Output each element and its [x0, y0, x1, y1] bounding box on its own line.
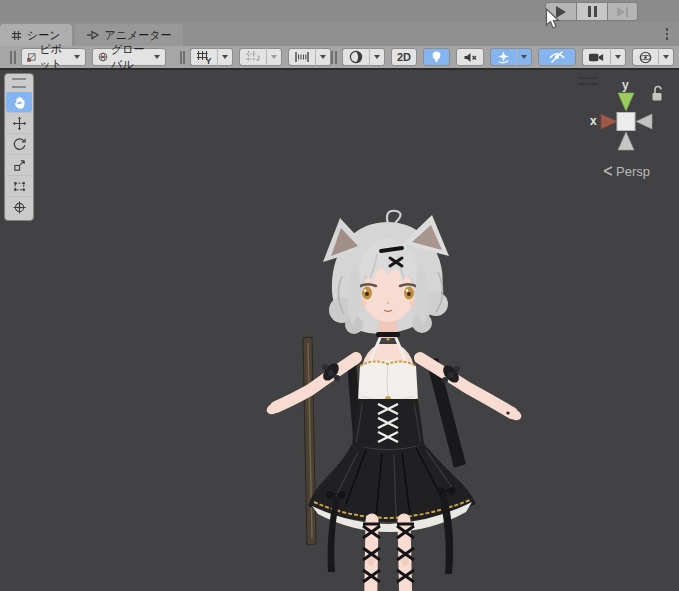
audio-mute-icon: [462, 50, 478, 65]
pause-button[interactable]: [576, 2, 607, 21]
shading-mode-button[interactable]: [342, 48, 370, 66]
global-label: グローバル: [111, 42, 151, 72]
gizmo-x-axis[interactable]: [601, 114, 617, 129]
gizmo-y-label: y: [622, 78, 629, 92]
audio-toggle-button[interactable]: [456, 48, 484, 66]
shading-mode-dropdown[interactable]: [370, 48, 385, 66]
camera-group: [582, 48, 626, 66]
effects-toggle-button[interactable]: [490, 48, 517, 66]
persp-toggle[interactable]: Persp: [604, 164, 650, 179]
grid-axis-button[interactable]: Y: [190, 48, 218, 66]
effects-star-icon: [496, 50, 511, 65]
tools-overlay: [4, 73, 34, 221]
chevron-down-icon: [320, 55, 326, 59]
hand-icon: [12, 95, 27, 110]
character-model[interactable]: [250, 198, 540, 591]
gizmos-group: [632, 48, 674, 66]
rect-icon: [12, 179, 27, 194]
svg-text:Y: Y: [206, 56, 212, 65]
effects-group: [490, 48, 532, 66]
drag-handle-icon[interactable]: [331, 51, 337, 64]
pause-icon: [588, 6, 597, 17]
snap-increment-group: [288, 48, 331, 66]
rotate-tool-button[interactable]: [6, 133, 32, 154]
scene-toolbar: ピボット グローバル Y: [0, 46, 679, 70]
snap-increment-dropdown[interactable]: [316, 48, 331, 66]
chevron-down-icon: [154, 55, 160, 59]
drag-handle-icon[interactable]: [180, 51, 186, 64]
pivot-label: ピボット: [39, 42, 71, 72]
gizmos-button[interactable]: [632, 48, 659, 66]
character-corset: [352, 399, 424, 449]
grid-snap-dropdown[interactable]: [267, 48, 282, 66]
rotate-icon: [12, 137, 27, 152]
snap-increment-icon: [294, 50, 310, 64]
gizmos-icon: [638, 50, 653, 65]
gizmos-dropdown[interactable]: [659, 48, 674, 66]
hand-tool-button[interactable]: [6, 92, 32, 112]
lighting-toggle-button[interactable]: [423, 48, 450, 66]
camera-settings-button[interactable]: [582, 48, 611, 66]
eye-slash-icon: [548, 50, 566, 64]
grid-axis-group: Y: [190, 48, 233, 66]
play-controls: [545, 2, 638, 21]
grid-snap-icon: [245, 50, 261, 64]
effects-dropdown[interactable]: [517, 48, 532, 66]
gizmo-neg-y-axis[interactable]: [618, 132, 634, 150]
gizmo-cube[interactable]: [617, 113, 635, 131]
move-tool-button[interactable]: [6, 112, 32, 133]
chevron-down-icon: [74, 55, 80, 59]
transform-tool-button[interactable]: [6, 196, 32, 217]
chevron-down-icon: [663, 55, 669, 59]
tab-animator-label: アニメーター: [105, 28, 172, 43]
step-icon: [617, 7, 629, 17]
lock-icon[interactable]: [653, 87, 662, 101]
mode-2d-label: 2D: [397, 51, 411, 63]
gizmo-x-label: x: [590, 114, 597, 128]
pivot-dropdown[interactable]: ピボット: [21, 48, 87, 66]
move-icon: [12, 116, 27, 131]
camera-dropdown[interactable]: [611, 48, 626, 66]
persp-chevron-icon: [604, 167, 612, 175]
orientation-gizmo: y x Persp: [560, 75, 679, 183]
grid-y-icon: Y: [196, 50, 212, 64]
grid-snap-button[interactable]: [239, 48, 267, 66]
kebab-menu-icon[interactable]: [663, 25, 672, 43]
drag-handle-icon[interactable]: [12, 78, 26, 88]
tab-bar: シーン アニメーター: [0, 22, 679, 46]
tab-scene-label: シーン: [27, 28, 61, 43]
play-button[interactable]: [545, 2, 576, 21]
step-button[interactable]: [607, 2, 638, 21]
character-top: [358, 360, 418, 405]
scale-icon: [12, 158, 27, 173]
global-dropdown[interactable]: グローバル: [92, 48, 166, 66]
camera-icon: [588, 50, 605, 64]
shading-sphere-icon: [348, 49, 364, 65]
light-bulb-icon: [429, 49, 444, 65]
scene-viewport[interactable]: y x Persp: [0, 70, 679, 591]
gizmo-y-axis[interactable]: [618, 93, 634, 111]
grid-icon: [11, 30, 22, 41]
chevron-down-icon: [374, 55, 380, 59]
play-icon: [556, 6, 566, 18]
chevron-down-icon: [271, 55, 277, 59]
chevron-down-icon: [615, 55, 621, 59]
transform-icon: [12, 200, 27, 215]
animator-icon: [86, 30, 100, 40]
visibility-toggle-button[interactable]: [538, 48, 576, 66]
grid-snap-group: [239, 48, 282, 66]
persp-label: Persp: [616, 164, 650, 179]
drag-handle-icon[interactable]: [10, 51, 16, 64]
snap-increment-button[interactable]: [288, 48, 316, 66]
globe-icon: [98, 50, 108, 64]
chevron-down-icon: [222, 55, 228, 59]
scale-tool-button[interactable]: [6, 154, 32, 175]
chevron-down-icon: [521, 55, 527, 59]
mode-2d-button[interactable]: 2D: [391, 48, 417, 66]
rect-tool-button[interactable]: [6, 175, 32, 196]
grid-axis-dropdown[interactable]: [218, 48, 233, 66]
top-toolbar: [0, 0, 679, 22]
gizmo-z-axis[interactable]: [636, 114, 652, 129]
shading-mode-group: [342, 48, 385, 66]
pivot-icon: [27, 50, 37, 64]
